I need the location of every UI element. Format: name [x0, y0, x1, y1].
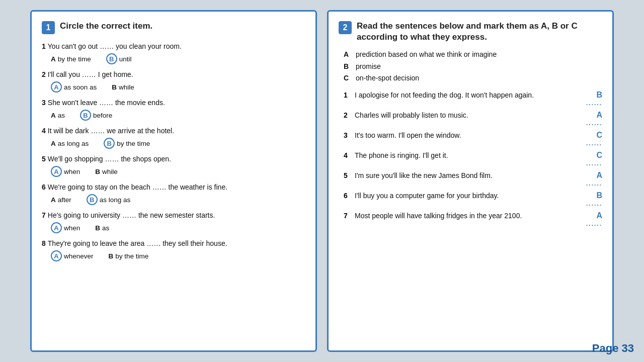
- option-text: by the time: [115, 252, 148, 260]
- options-row: Aas soon asBwhile: [51, 81, 305, 93]
- question-text: 4It will be dark …… we arrive at the hot…: [42, 126, 305, 136]
- question-text: 3She won't leave …… the movie ends.: [42, 98, 305, 108]
- option-item[interactable]: Bby the time: [109, 252, 149, 260]
- options-row: Aby the timeBuntil: [51, 53, 305, 64]
- option-item[interactable]: Aby the time: [51, 55, 91, 63]
- exercise-2-header: 2 Read the sentences below and mark them…: [339, 21, 602, 43]
- question-item: 4It will be dark …… we arrive at the hot…: [42, 126, 305, 149]
- option-letter: B: [95, 224, 100, 232]
- option-item[interactable]: Aas: [51, 112, 65, 119]
- sentence-item: 4 The phone is ringing. I'll get it. C..…: [344, 151, 602, 167]
- option-text: by the time: [58, 55, 91, 63]
- selected-answer-circle: A: [51, 166, 62, 177]
- sentence-number: 3: [344, 131, 352, 139]
- option-item[interactable]: Bas long as: [87, 194, 131, 205]
- question-item: 2I'll call you …… I get home.Aas soon as…: [42, 69, 305, 93]
- option-text: when: [64, 168, 80, 175]
- option-text: until: [119, 55, 132, 63]
- question-item: 1You can't go out …… you clean your room…: [42, 41, 305, 64]
- questions-container: 1You can't go out …… you clean your room…: [42, 41, 305, 261]
- question-text: 5We'll go shopping …… the shops open.: [42, 154, 305, 164]
- option-letter: B: [112, 83, 117, 91]
- sentence-text: I'm sure you'll like the new James Bond …: [355, 171, 583, 181]
- exercise-1-header: 1 Circle the correct item.: [42, 21, 305, 34]
- option-item[interactable]: Aas soon as: [51, 81, 97, 93]
- sentence-item: 1 I apologise for not feeding the dog. I…: [344, 90, 602, 107]
- sentence-item: 2 Charles will probably listen to music.…: [344, 111, 602, 127]
- question-text: 7He's going to university …… the new sem…: [42, 210, 305, 221]
- option-letter: A: [51, 196, 56, 204]
- options-row: Aas long asBby the time: [51, 138, 305, 149]
- sentence-answer: B......: [586, 90, 602, 107]
- question-item: 3She won't leave …… the movie ends.AasBb…: [42, 98, 305, 121]
- selected-answer-circle: A: [51, 250, 62, 261]
- option-text: as: [58, 112, 65, 119]
- exercise-2-title: Read the sentences below and mark them a…: [357, 21, 602, 43]
- option-text: while: [102, 168, 118, 175]
- option-text: as long as: [100, 196, 131, 204]
- option-letter: B: [109, 252, 114, 260]
- sentence-text: Most people will have talking fridges in…: [355, 211, 583, 221]
- sentence-item: 5 I'm sure you'll like the new James Bon…: [344, 171, 602, 187]
- exercise-1-number: 1: [42, 21, 55, 34]
- option-text: after: [58, 196, 71, 204]
- selected-answer-circle: A: [51, 81, 62, 93]
- options-row: AafterBas long as: [51, 194, 305, 205]
- sentence-text: It's too warm. I'll open the window.: [355, 131, 583, 141]
- definition-item: Bpromise: [344, 62, 602, 72]
- sentence-text: The phone is ringing. I'll get it.: [355, 151, 583, 161]
- question-item: 5We'll go shopping …… the shops open.Awh…: [42, 154, 305, 177]
- option-text: by the time: [117, 140, 150, 147]
- def-letter: A: [344, 50, 352, 60]
- definitions-block: Aprediction based on what we think or im…: [344, 50, 602, 83]
- sentence-number: 1: [344, 91, 352, 99]
- option-item[interactable]: Awhen: [51, 222, 80, 233]
- option-item[interactable]: Bwhile: [112, 83, 134, 91]
- option-item[interactable]: Awhenever: [51, 250, 94, 261]
- option-item[interactable]: Bby the time: [104, 138, 150, 149]
- question-text: 6We're going to stay on the beach …… the…: [42, 182, 305, 193]
- option-text: as: [102, 224, 109, 232]
- sentence-answer: B......: [586, 191, 602, 207]
- selected-answer-circle: B: [106, 53, 117, 64]
- option-text: as soon as: [64, 83, 97, 91]
- options-row: AwhenBwhile: [51, 166, 305, 177]
- question-item: 7He's going to university …… the new sem…: [42, 210, 305, 233]
- question-item: 6We're going to stay on the beach …… the…: [42, 182, 305, 205]
- option-text: while: [119, 83, 134, 91]
- option-text: when: [64, 224, 80, 232]
- question-text: 1You can't go out …… you clean your room…: [42, 41, 305, 52]
- option-item[interactable]: Bwhile: [95, 168, 118, 175]
- option-letter: A: [51, 55, 56, 63]
- sentence-number: 2: [344, 111, 352, 119]
- selected-answer-circle: B: [80, 110, 91, 121]
- selected-answer-circle: A: [51, 222, 62, 233]
- option-item[interactable]: Aas long as: [51, 140, 89, 147]
- options-row: AasBbefore: [51, 110, 305, 121]
- sentence-number: 5: [344, 171, 352, 179]
- sentence-text: I'll buy you a computer game for your bi…: [355, 191, 583, 201]
- exercise-2-number: 2: [339, 21, 352, 34]
- definition-item: Aprediction based on what we think or im…: [344, 50, 602, 60]
- option-item[interactable]: Bas: [95, 224, 109, 232]
- page-number: Page 33: [592, 342, 634, 355]
- option-letter: A: [51, 112, 56, 119]
- exercise-1-title: Circle the correct item.: [60, 21, 152, 32]
- option-item[interactable]: Aafter: [51, 196, 71, 204]
- options-row: AwheneverBby the time: [51, 250, 305, 261]
- sentences-block: 1 I apologise for not feeding the dog. I…: [344, 90, 602, 227]
- option-item[interactable]: Bbefore: [80, 110, 112, 121]
- option-letter: A: [51, 140, 56, 147]
- sentence-number: 4: [344, 151, 352, 159]
- option-item[interactable]: Awhen: [51, 166, 80, 177]
- def-text: prediction based on what we think or ima…: [356, 50, 497, 60]
- options-row: AwhenBas: [51, 222, 305, 233]
- sentence-answer: C......: [586, 151, 602, 167]
- def-letter: C: [344, 73, 352, 83]
- option-item[interactable]: Buntil: [106, 53, 132, 64]
- sentence-number: 6: [344, 192, 352, 200]
- sentence-item: 7 Most people will have talking fridges …: [344, 211, 602, 227]
- sentence-number: 7: [344, 212, 352, 220]
- sentence-answer: A......: [586, 171, 602, 187]
- sentence-item: 6 I'll buy you a computer game for your …: [344, 191, 602, 207]
